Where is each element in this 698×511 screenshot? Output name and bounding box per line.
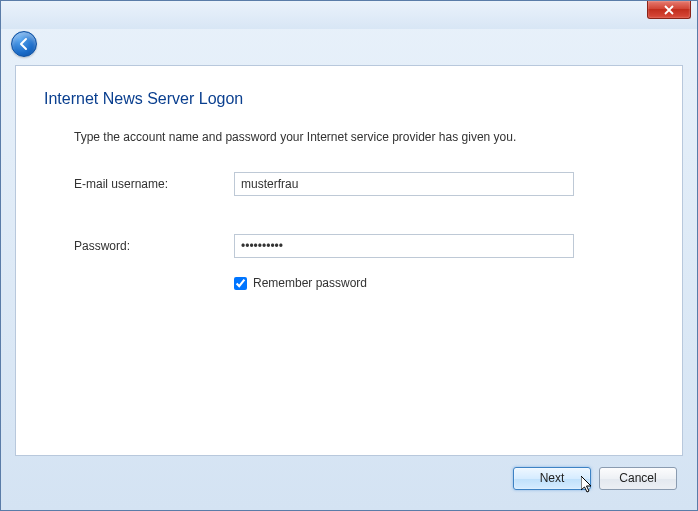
remember-checkbox[interactable] (234, 277, 247, 290)
username-label: E-mail username: (74, 177, 234, 191)
close-button[interactable] (647, 1, 691, 19)
back-button[interactable] (11, 31, 37, 57)
wizard-window: Internet News Server Logon Type the acco… (0, 0, 698, 511)
username-input[interactable] (234, 172, 574, 196)
titlebar (1, 1, 697, 29)
remember-label[interactable]: Remember password (253, 276, 367, 290)
back-arrow-icon (17, 37, 31, 51)
close-icon (664, 5, 674, 15)
username-row: E-mail username: (74, 172, 654, 196)
next-button[interactable]: Next (513, 467, 591, 490)
content-panel: Internet News Server Logon Type the acco… (15, 65, 683, 456)
instruction-text: Type the account name and password your … (74, 130, 654, 144)
password-input[interactable] (234, 234, 574, 258)
remember-row: Remember password (234, 276, 654, 290)
page-title: Internet News Server Logon (44, 90, 654, 108)
button-bar: Next Cancel (15, 460, 683, 496)
password-label: Password: (74, 239, 234, 253)
cancel-button[interactable]: Cancel (599, 467, 677, 490)
password-row: Password: (74, 234, 654, 258)
